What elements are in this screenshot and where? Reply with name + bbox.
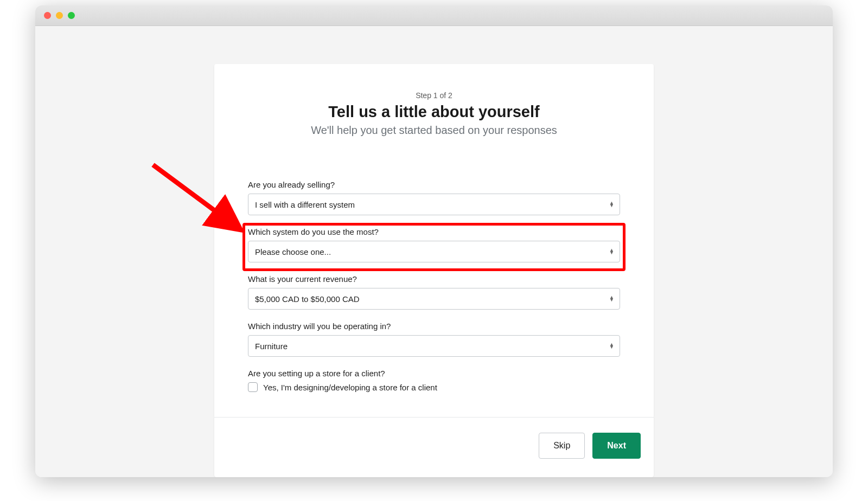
titlebar [35,5,833,26]
app-window: Step 1 of 2 Tell us a little about yours… [35,5,833,477]
onboarding-card: Step 1 of 2 Tell us a little about yours… [214,64,654,477]
select-industry[interactable]: Furniture ▲▼ [248,335,620,357]
label-which-system: Which system do you use the most? [248,227,620,236]
select-value: Furniture [255,342,288,351]
label-current-revenue: What is your current revenue? [248,274,620,284]
card-footer: Skip Next [214,417,654,474]
question-industry: Which industry will you be operating in?… [248,322,620,357]
select-already-selling[interactable]: I sell with a different system ▲▼ [248,194,620,215]
label-already-selling: Are you already selling? [248,180,620,189]
select-stepper-icon: ▲▼ [609,249,614,254]
select-stepper-icon: ▲▼ [609,343,614,349]
label-client-store: Are you setting up a store for a client? [248,369,620,378]
checkbox-row-client-store: Yes, I'm designing/developing a store fo… [248,382,620,392]
select-value: $5,000 CAD to $50,000 CAD [255,294,360,304]
checkbox-label-client-store: Yes, I'm designing/developing a store fo… [263,383,437,392]
step-label: Step 1 of 2 [214,91,654,100]
select-current-revenue[interactable]: $5,000 CAD to $50,000 CAD ▲▼ [248,288,620,310]
checkbox-client-store[interactable] [248,382,258,392]
minimize-icon[interactable] [56,12,63,19]
close-icon[interactable] [44,12,51,19]
viewport: Step 1 of 2 Tell us a little about yours… [35,26,833,477]
select-stepper-icon: ▲▼ [609,202,614,207]
card-header: Step 1 of 2 Tell us a little about yours… [214,64,654,137]
page-title: Tell us a little about yourself [214,103,654,121]
page-subtitle: We'll help you get started based on your… [214,124,654,137]
select-value: Please choose one... [255,247,331,256]
question-already-selling: Are you already selling? I sell with a d… [248,180,620,215]
zoom-icon[interactable] [68,12,75,19]
onboarding-form: Are you already selling? I sell with a d… [214,137,654,417]
select-value: I sell with a different system [255,200,355,209]
select-which-system[interactable]: Please choose one... ▲▼ [248,241,620,262]
question-which-system: Which system do you use the most? Please… [248,227,620,262]
skip-button[interactable]: Skip [539,433,585,459]
select-stepper-icon: ▲▼ [609,296,614,301]
question-client-store: Are you setting up a store for a client?… [248,369,620,392]
question-current-revenue: What is your current revenue? $5,000 CAD… [248,274,620,310]
label-industry: Which industry will you be operating in? [248,322,620,331]
next-button[interactable]: Next [592,433,641,459]
